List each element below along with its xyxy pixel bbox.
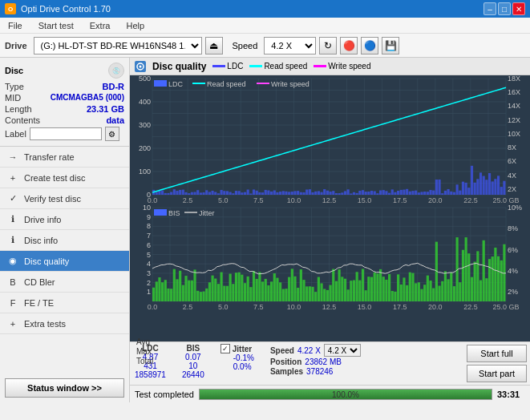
stats-section: LDC 4.87 431 1858971 BIS 0.07 10 26440 ✓ xyxy=(130,342,463,385)
length-label: Length xyxy=(5,104,32,114)
progress-bar-container: Test completed 100.0% 33:31 xyxy=(130,385,530,402)
sidebar-item-transfer-rate[interactable]: → Transfer rate xyxy=(0,147,129,168)
speed-col-header: Speed xyxy=(270,346,294,355)
drive-label: Drive xyxy=(5,41,27,50)
refresh-button[interactable]: ↻ xyxy=(319,37,337,55)
samples-value: 378246 xyxy=(306,367,333,376)
drive-select[interactable]: (G:) HL-DT-ST BD-RE WH16NS48 1.D3 xyxy=(34,37,202,55)
stats-row: LDC 4.87 431 1858971 BIS 0.07 10 26440 ✓ xyxy=(130,341,530,385)
fe-te-icon: F xyxy=(6,297,19,309)
avg-label: Avg xyxy=(136,337,153,346)
max-jitter: 0.0% xyxy=(233,362,254,371)
avg-bis: 0.07 xyxy=(185,353,200,361)
chart-legend: LDC Read speed Write speed xyxy=(212,62,370,71)
eject-button[interactable]: ⏏ xyxy=(205,37,223,55)
app-title: Opti Drive Control 1.70 xyxy=(21,4,111,14)
menu-file[interactable]: File xyxy=(3,19,27,32)
toolbar: Drive (G:) HL-DT-ST BD-RE WH16NS48 1.D3 … xyxy=(0,34,530,58)
sidebar-label-transfer-rate: Transfer rate xyxy=(24,152,75,162)
disc-title: Disc xyxy=(5,66,23,75)
type-label: Type xyxy=(5,82,24,91)
jitter-checkbox[interactable]: ✓ xyxy=(220,344,230,353)
position-label: Position xyxy=(270,357,301,366)
max-bis: 10 xyxy=(188,361,197,370)
sidebar-label-extra-tests: Extra tests xyxy=(24,319,66,329)
progress-text: 100.0% xyxy=(332,390,359,398)
type-value: BD-R xyxy=(103,82,125,91)
ldc-legend-color xyxy=(212,65,225,67)
verify-test-icon: ✓ xyxy=(6,192,19,205)
close-button[interactable]: ✕ xyxy=(512,2,525,15)
total-label: Total xyxy=(136,357,153,365)
write-speed-legend-label: Write speed xyxy=(328,62,370,71)
disc-icon: 💿 xyxy=(108,63,124,79)
bis-col-header: BIS xyxy=(187,344,200,353)
disc-section: Disc 💿 Type BD-R MID CMCMAGBA5 (000) Len… xyxy=(0,58,129,147)
sidebar-label-verify-test: Verify test disc xyxy=(24,194,81,204)
start-full-button[interactable]: Start full xyxy=(467,345,527,362)
sidebar-item-extra-tests[interactable]: + Extra tests xyxy=(0,313,129,334)
menu-start-test[interactable]: Start test xyxy=(34,19,79,32)
drive-info-icon: ℹ xyxy=(6,213,19,226)
total-bis: 26440 xyxy=(182,370,204,379)
read-speed-legend-label: Read speed xyxy=(264,62,307,71)
contents-label: Contents xyxy=(5,115,40,125)
sidebar-label-cd-bler: CD Bler xyxy=(24,277,55,287)
jitter-col-header: Jitter xyxy=(233,345,252,353)
title-bar: O Opti Drive Control 1.70 – □ ✕ xyxy=(0,0,530,18)
sidebar-item-disc-quality[interactable]: ◉ Disc quality xyxy=(0,251,129,272)
menu-extra[interactable]: Extra xyxy=(85,19,115,32)
write-speed-legend-color xyxy=(314,65,326,67)
sidebar-item-drive-info[interactable]: ℹ Drive info xyxy=(0,209,129,230)
verify-button[interactable]: 🔵 xyxy=(361,37,378,55)
minimize-button[interactable]: – xyxy=(483,2,496,15)
speed-label: Speed xyxy=(233,41,258,50)
avg-jitter: -0.1% xyxy=(233,353,254,362)
charts-area xyxy=(130,75,530,341)
extra-tests-icon: + xyxy=(6,317,19,330)
status-window-button[interactable]: Status window >> xyxy=(5,378,124,398)
burn-button[interactable]: 🔴 xyxy=(340,37,358,55)
disc-info-icon: ℹ xyxy=(6,234,19,247)
menu-help[interactable]: Help xyxy=(121,19,149,32)
progress-label: Test completed xyxy=(135,390,194,399)
sidebar-label-drive-info: Drive info xyxy=(24,215,61,224)
sidebar-item-create-test-disc[interactable]: + Create test disc xyxy=(0,168,129,188)
content-area: Disc quality LDC Read speed Write speed xyxy=(130,58,530,402)
sidebar-label-disc-info: Disc info xyxy=(24,236,58,245)
action-buttons: Start full Start part xyxy=(463,342,530,385)
label-label: Label xyxy=(5,129,26,139)
total-ldc: 1858971 xyxy=(135,370,166,379)
sidebar-item-disc-info[interactable]: ℹ Disc info xyxy=(0,230,129,251)
cd-bler-icon: B xyxy=(6,276,19,289)
main-chart xyxy=(130,75,530,341)
sidebar-item-verify-test-disc[interactable]: ✓ Verify test disc xyxy=(0,188,129,209)
ldc-legend-label: LDC xyxy=(227,62,243,71)
sidebar-item-fe-te[interactable]: F FE / TE xyxy=(0,293,129,313)
save-button[interactable]: 💾 xyxy=(382,37,399,55)
label-edit-button[interactable]: ⚙ xyxy=(105,127,119,141)
speed-select-stats[interactable]: 4.2 X xyxy=(324,344,361,357)
samples-label: Samples xyxy=(270,367,303,376)
app-icon: O xyxy=(5,3,16,14)
transfer-rate-icon: → xyxy=(6,151,19,164)
disc-quality-icon: ◉ xyxy=(6,255,19,268)
sidebar-label-create-test: Create test disc xyxy=(24,173,85,183)
position-value: 23862 MB xyxy=(305,357,342,366)
create-test-icon: + xyxy=(6,172,19,184)
sidebar-item-cd-bler[interactable]: B CD Bler xyxy=(0,272,129,293)
maximize-button[interactable]: □ xyxy=(498,2,511,15)
sidebar: Disc 💿 Type BD-R MID CMCMAGBA5 (000) Len… xyxy=(0,58,130,402)
chart-header: Disc quality LDC Read speed Write speed xyxy=(130,58,530,75)
length-value: 23.31 GB xyxy=(87,104,124,114)
menu-bar: File Start test Extra Help xyxy=(0,18,530,34)
svg-point-1 xyxy=(140,65,142,67)
speed-select-toolbar[interactable]: 4.2 X xyxy=(264,37,316,55)
progress-bar: 100.0% xyxy=(199,389,492,400)
status-time: 33:31 xyxy=(497,390,525,399)
label-input[interactable] xyxy=(30,127,102,140)
max-label: Max xyxy=(136,347,153,356)
contents-value: data xyxy=(106,115,124,125)
start-part-button[interactable]: Start part xyxy=(467,365,527,382)
mid-label: MID xyxy=(5,93,21,103)
